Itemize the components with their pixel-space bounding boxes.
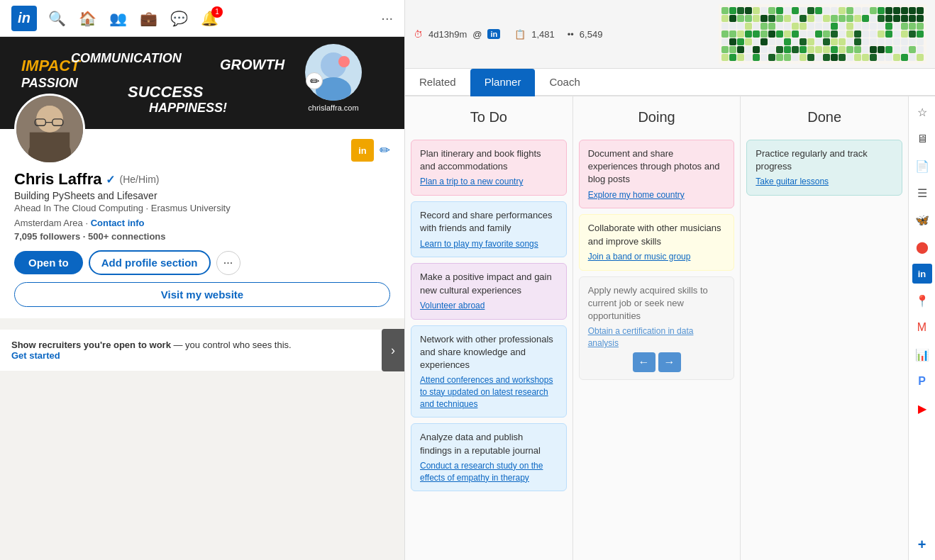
done-header: Done <box>746 103 902 134</box>
todo-column: To Do Plan itinerary and book flights an… <box>405 96 573 560</box>
open-to-button[interactable]: Open to <box>14 251 83 274</box>
card-research-link[interactable]: Conduct a research study on the effects … <box>420 460 558 484</box>
card-guitar-done-body: Practice regularly and track progress <box>756 147 893 173</box>
document-icon[interactable]: 📄 <box>912 156 932 176</box>
svg-point-2 <box>338 56 350 67</box>
card-guitar[interactable]: Record and share performances with frien… <box>411 201 567 257</box>
planner-tabs: Related Planner Coach <box>405 69 935 96</box>
card-guitar-link[interactable]: Learn to play my favorite songs <box>420 238 558 250</box>
card-band-body: Collaborate with other musicians and imp… <box>588 222 726 247</box>
bell-icon[interactable]: 🔔 1 <box>201 10 218 27</box>
linkedin-share-icon[interactable]: in <box>351 139 374 162</box>
stat1-icon: 📋 <box>514 29 526 40</box>
add-profile-section-button[interactable]: Add profile section <box>89 250 211 275</box>
profile-pronouns: (He/Him) <box>119 174 159 185</box>
nav-icons: 🔍 🏠 👥 💼 💬 🔔 1 <box>48 10 218 27</box>
p-icon[interactable]: P <box>912 371 932 391</box>
todo-header: To Do <box>411 103 567 134</box>
card-network[interactable]: Network with other professionals and sha… <box>411 325 567 418</box>
card-explore[interactable]: Document and share experiences through p… <box>579 140 735 208</box>
get-started-link[interactable]: Get started <box>11 350 60 361</box>
list-icon[interactable]: ☰ <box>912 183 932 203</box>
profile-buttons: Open to Add profile section ··· <box>14 250 390 275</box>
more-icon[interactable]: ··· <box>381 10 393 26</box>
card-cert-link[interactable]: Obtain a certification in data analysis <box>588 325 726 349</box>
linkedin-logo[interactable]: in <box>11 6 37 31</box>
timer-icon: ⏱ <box>414 29 423 40</box>
screen-icon[interactable]: 🖥 <box>912 129 932 149</box>
recruiter-banner: Show recruiters you're open to work — yo… <box>0 324 404 371</box>
profile-location: Amsterdam Area · Contact info <box>14 218 390 228</box>
card-guitar-done-link[interactable]: Take guitar lessons <box>756 176 893 188</box>
card-trip[interactable]: Plan itinerary and book flights and acco… <box>411 140 567 196</box>
banner-growth: GROWTH <box>220 57 284 73</box>
star-icon[interactable]: ☆ <box>912 102 932 122</box>
card-explore-body: Document and share experiences through p… <box>588 147 726 186</box>
profile-photo-wrap: in ✏ <box>14 94 390 164</box>
stat2-value: 6,549 <box>580 29 603 40</box>
gmail-icon[interactable]: M <box>912 318 932 337</box>
card-network-body: Network with other professionals and sha… <box>420 333 558 372</box>
card-trip-body: Plan itinerary and book flights and acco… <box>420 147 558 173</box>
card-research-body: Analyze data and publish findings in a r… <box>420 431 558 457</box>
briefcase-icon[interactable]: 💼 <box>140 10 157 27</box>
profile-name: Chris Laffra ✓ (He/Him) <box>14 170 390 189</box>
doing-header: Doing <box>579 103 735 134</box>
heatmap-area <box>719 4 926 64</box>
profile-edit-icon[interactable]: ✏ <box>380 142 390 158</box>
card-guitar-body: Record and share performances with frien… <box>420 209 558 235</box>
profile-company: Ahead In The Cloud Computing · Erasmus U… <box>14 203 390 213</box>
more-options-button[interactable]: ··· <box>216 251 240 275</box>
tab-related[interactable]: Related <box>405 69 470 96</box>
card-trip-link[interactable]: Plan a trip to a new country <box>420 176 558 188</box>
kanban-board: To Do Plan itinerary and book flights an… <box>405 96 908 560</box>
chart-icon[interactable]: 📊 <box>912 345 932 364</box>
card-nav-arrows: ← → <box>588 352 726 372</box>
circle-icon[interactable]: ⬤ <box>912 237 932 257</box>
card-guitar-done[interactable]: Practice regularly and track progress Ta… <box>746 140 902 196</box>
tab-coach[interactable]: Coach <box>535 69 594 96</box>
home-icon[interactable]: 🏠 <box>79 10 96 27</box>
recruiter-text: Show recruiters you're open to work — yo… <box>11 340 393 361</box>
card-volunteer[interactable]: Make a positive impact and gain new cult… <box>411 263 567 319</box>
at-icon: @ <box>472 29 482 40</box>
profile-headline: Building PySheets and Lifesaver <box>14 190 390 201</box>
tab-planner[interactable]: Planner <box>470 69 536 96</box>
map-icon[interactable]: 📍 <box>912 291 932 310</box>
planner-panel: ⏱ 4d13h9m @ in 📋 1,481 •• 6,549 Related … <box>404 0 935 560</box>
far-right-panel: ☆ 🖥 📄 ☰ 🦋 ⬤ in 📍 M 📊 P ▶ + <box>908 96 935 560</box>
heatmap-grid <box>721 7 924 61</box>
contact-info-link[interactable]: Contact info <box>91 218 145 228</box>
youtube-icon[interactable]: ▶ <box>912 398 932 418</box>
card-network-link[interactable]: Attend conferences and workshops to stay… <box>420 374 558 410</box>
banner-edit-icon[interactable]: ✏ <box>306 72 323 89</box>
profile-section: in ✏ Chris Laffra ✓ (He/Him) Building Py… <box>0 129 404 324</box>
profile-actions-top: in ✏ <box>351 139 390 162</box>
search-icon[interactable]: 🔍 <box>48 10 66 27</box>
visit-website-button[interactable]: Visit my website <box>14 282 390 307</box>
card-next-button[interactable]: → <box>658 352 681 372</box>
card-prev-button[interactable]: ← <box>633 352 655 372</box>
chat-icon[interactable]: 💬 <box>170 10 188 27</box>
card-volunteer-link[interactable]: Volunteer abroad <box>420 300 558 312</box>
butterfly-icon[interactable]: 🦋 <box>912 210 932 230</box>
timer-value: 4d13h9m <box>428 29 467 40</box>
banner-passion: PASSION <box>21 76 78 91</box>
stat2-icon: •• <box>568 29 574 40</box>
linkedin-mini-icon: in <box>487 29 500 39</box>
recruiter-arrow-button[interactable]: › <box>382 329 404 371</box>
card-volunteer-body: Make a positive impact and gain new cult… <box>420 271 558 296</box>
card-research[interactable]: Analyze data and publish findings in a r… <box>411 423 567 491</box>
plus-icon[interactable]: + <box>912 534 932 554</box>
doing-column: Doing Document and share experiences thr… <box>573 96 741 560</box>
card-certification[interactable]: Apply newly acquired skills to current j… <box>579 276 735 380</box>
stat1-value: 1,481 <box>531 29 555 40</box>
linkedin-icon[interactable]: in <box>912 264 932 284</box>
profile-followers: 7,095 followers · 500+ connections <box>14 231 390 242</box>
card-band[interactable]: Collaborate with other musicians and imp… <box>579 214 735 270</box>
verified-icon: ✓ <box>106 173 115 186</box>
people-icon[interactable]: 👥 <box>109 10 127 27</box>
svg-rect-6 <box>30 133 70 159</box>
card-explore-link[interactable]: Explore my home country <box>588 189 726 201</box>
card-band-link[interactable]: Join a band or music group <box>588 251 726 263</box>
